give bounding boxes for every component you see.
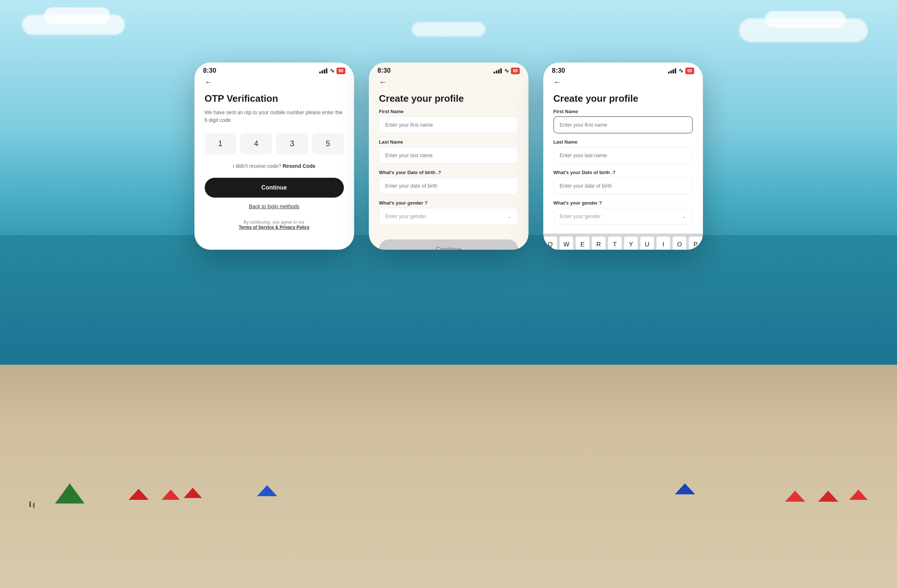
last-name-input-2[interactable]	[379, 147, 518, 164]
key-o[interactable]: O	[673, 237, 687, 250]
signal-bar-3-1	[668, 72, 670, 74]
otp-subtitle: We have sent an otp to your mobile numbe…	[205, 109, 344, 124]
status-bar-3: 8:30 ∿ 99	[543, 63, 703, 78]
wifi-1: ∿	[330, 67, 335, 74]
gender-select-2[interactable]: Enter your gender ⌄	[379, 208, 518, 225]
otp-box-4[interactable]: 5	[312, 133, 344, 154]
back-arrow-2[interactable]: ←	[379, 78, 518, 87]
last-name-input-3[interactable]	[553, 147, 692, 164]
signal-bar-2-1	[494, 72, 495, 74]
gender-placeholder-3: Enter your gender	[560, 213, 601, 219]
keyboard: Q W E R T Y U I O P A S D F G H J K	[543, 234, 703, 250]
signal-bar-3-2	[670, 70, 672, 74]
time-3: 8:30	[552, 67, 565, 75]
otp-container: 1 4 3 5	[205, 133, 344, 154]
back-arrow-1[interactable]: ←	[205, 78, 344, 87]
signal-bar-3	[324, 69, 325, 74]
resend-link[interactable]: Resend Code	[283, 163, 315, 169]
phone1-content: ← OTP Verification We have sent an otp t…	[194, 78, 354, 239]
gender-select-3[interactable]: Enter your gender ⌄	[553, 208, 692, 225]
phone3-content: ← Create your profile First Name Last Na…	[543, 78, 703, 234]
key-q[interactable]: Q	[543, 237, 557, 250]
otp-title: OTP Verification	[205, 93, 344, 104]
dob-input-2[interactable]	[379, 178, 518, 194]
last-name-label-2: Last Name	[379, 139, 518, 145]
signal-bar-2-4	[501, 68, 502, 74]
key-e[interactable]: E	[576, 237, 590, 250]
cloud-5	[412, 22, 485, 37]
signal-bar-2-2	[496, 70, 497, 74]
profile-title-3: Create your profile	[553, 93, 692, 104]
phones-container: 8:30 ∿ 99 ← OTP Verification We have sen…	[194, 63, 703, 250]
status-icons-3: ∿ 99	[668, 67, 694, 74]
chevron-down-icon-3: ⌄	[682, 213, 686, 219]
key-r[interactable]: R	[592, 237, 606, 250]
gender-placeholder-2: Enter your gender	[385, 213, 426, 219]
back-to-login[interactable]: Back to login methods	[205, 204, 344, 209]
resend-text: I didn't receive code?	[233, 163, 281, 169]
battery-2: 99	[511, 67, 520, 74]
footer-prefix-1: By continuing, you agree to our	[243, 220, 305, 225]
battery-1: 99	[337, 67, 345, 74]
first-name-input-3[interactable]	[553, 116, 692, 133]
water-bg	[0, 235, 897, 382]
dob-label-2: What's your Date of birth .?	[379, 170, 518, 175]
sand-bg	[0, 365, 897, 588]
battery-3: 99	[686, 67, 694, 74]
key-i[interactable]: I	[657, 237, 670, 250]
signal-3	[668, 68, 676, 74]
otp-box-2[interactable]: 4	[240, 133, 272, 154]
gender-label-3: What's your gender ?	[553, 200, 692, 206]
continue-button-1[interactable]: Continue	[205, 178, 344, 198]
signal-bar-1	[320, 72, 321, 74]
status-icons-1: ∿ 99	[320, 67, 345, 74]
first-name-group-2: First Name	[379, 109, 518, 133]
cloud-4	[765, 11, 846, 28]
footer-1: By continuing, you agree to our Terms of…	[205, 220, 344, 230]
last-name-label-3: Last Name	[553, 139, 692, 145]
chevron-down-icon-2: ⌄	[507, 213, 512, 219]
first-name-group-3: First Name	[553, 109, 692, 133]
person-1	[29, 501, 31, 507]
dob-group-3: What's your Date of birth .?	[553, 170, 692, 194]
signal-bar-2-3	[498, 69, 500, 74]
phone-profile-keyboard: 8:30 ∿ 99 ← Create your profile First Na…	[543, 63, 703, 250]
cloud-2	[44, 7, 110, 24]
signal-bar-2	[321, 70, 323, 74]
first-name-label-2: First Name	[379, 109, 518, 114]
status-icons-2: ∿ 99	[494, 67, 520, 74]
back-arrow-3[interactable]: ←	[553, 78, 692, 87]
time-1: 8:30	[203, 67, 216, 75]
gender-group-3: What's your gender ? Enter your gender ⌄	[553, 200, 692, 225]
key-u[interactable]: U	[640, 237, 654, 250]
first-name-input-2[interactable]	[379, 116, 518, 133]
keyboard-row-1: Q W E R T Y U I O P	[545, 237, 701, 250]
last-name-group-2: Last Name	[379, 139, 518, 164]
last-name-group-3: Last Name	[553, 139, 692, 164]
status-bar-2: 8:30 ∿ 99	[369, 63, 528, 78]
profile-title-2: Create your profile	[379, 93, 518, 104]
wifi-3: ∿	[678, 67, 683, 74]
phone2-content: ← Create your profile First Name Last Na…	[369, 78, 528, 250]
otp-box-3[interactable]: 3	[277, 133, 308, 154]
otp-box-1[interactable]: 1	[205, 133, 236, 154]
phone-profile: 8:30 ∿ 99 ← Create your profile First Na…	[369, 63, 528, 250]
signal-2	[494, 68, 502, 74]
signal-bar-4	[326, 68, 328, 74]
gender-label-2: What's your gender ?	[379, 200, 518, 206]
resend-row: I didn't receive code? Resend Code	[205, 163, 344, 169]
person-2	[33, 503, 35, 508]
key-p[interactable]: P	[689, 237, 703, 250]
key-y[interactable]: Y	[624, 237, 638, 250]
first-name-label-3: First Name	[553, 109, 692, 114]
key-w[interactable]: W	[560, 237, 574, 250]
time-2: 8:30	[377, 67, 391, 75]
footer-link-1[interactable]: Terms of Service & Privacy Policy	[239, 225, 309, 230]
dob-input-3[interactable]	[553, 178, 692, 194]
signal-bar-3-3	[673, 69, 674, 74]
gender-group-2: What's your gender ? Enter your gender ⌄	[379, 200, 518, 225]
signal-bar-3-4	[675, 68, 676, 74]
continue-button-2[interactable]: Continue	[379, 239, 518, 250]
key-t[interactable]: T	[608, 237, 622, 250]
signal-1	[320, 68, 328, 74]
